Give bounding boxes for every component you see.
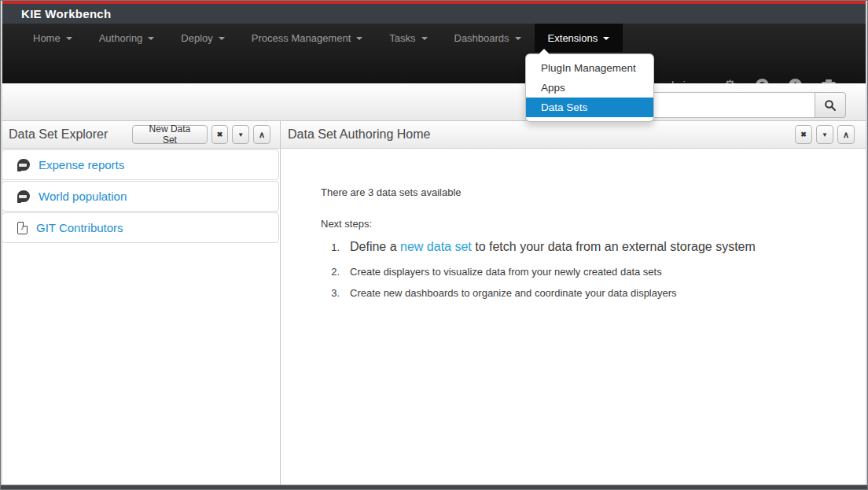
close-icon: ✖ xyxy=(217,131,223,138)
home-content: There are 3 data sets available Next ste… xyxy=(281,149,867,299)
nav-item-authoring[interactable]: Authoring xyxy=(86,24,168,52)
nav-item-label: Home xyxy=(33,32,61,44)
menu-item-plugin-management[interactable]: PlugIn Management xyxy=(526,58,653,78)
caret-down-icon: ▼ xyxy=(822,131,828,138)
data-set-list: Expense reports World population ♪ GIT C… xyxy=(1,149,280,244)
next-steps-label: Next steps: xyxy=(321,218,844,230)
nav-item-label: Deploy xyxy=(181,32,212,44)
step-text-after: to fetch your data from an external stor… xyxy=(472,240,756,253)
chevron-down-icon xyxy=(219,37,225,40)
nav-item-label: Authoring xyxy=(99,32,143,44)
document-dataset-icon: ♪ xyxy=(17,222,28,234)
workspace: Data Set Explorer New Data Set ✖ ▼ ∧ Exp… xyxy=(1,121,867,484)
step-number: 1. xyxy=(321,241,340,253)
search-button[interactable] xyxy=(815,92,846,118)
doc-mark-glyph: ♪ xyxy=(20,224,24,231)
list-item-world-population[interactable]: World population xyxy=(2,181,279,212)
new-data-set-link[interactable]: new data set xyxy=(400,240,472,253)
close-icon: ✖ xyxy=(800,131,807,138)
chevron-down-icon xyxy=(148,37,154,40)
main-navbar: Home Authoring Deploy Process Management… xyxy=(1,24,867,83)
window-frame-right xyxy=(866,1,867,485)
step-text: Define a new data set to fetch your data… xyxy=(350,240,756,254)
panel-menu-button[interactable]: ▼ xyxy=(816,125,833,144)
caret-down-icon: ▼ xyxy=(237,131,244,138)
step-text-before: Define a xyxy=(350,240,400,253)
data-set-explorer-panel: Data Set Explorer New Data Set ✖ ▼ ∧ Exp… xyxy=(1,121,281,484)
step-text: Create new dashboards to organize and co… xyxy=(350,287,677,299)
step-text: Create displayers to visualize data from… xyxy=(350,266,662,278)
menu-item-data-sets[interactable]: Data Sets xyxy=(526,98,653,117)
new-data-set-button[interactable]: New Data Set xyxy=(132,125,207,144)
app-titlebar: KIE Workbench xyxy=(1,4,867,24)
chevron-up-icon: ∧ xyxy=(843,130,849,140)
search-toolbar xyxy=(1,83,867,121)
nav-item-home[interactable]: Home xyxy=(20,24,86,52)
data-set-link[interactable]: GIT Contributors xyxy=(36,221,123,234)
window-frame-left xyxy=(1,1,2,485)
home-panel-title: Data Set Authoring Home xyxy=(288,127,430,142)
step-3: 3. Create new dashboards to organize and… xyxy=(321,287,844,299)
list-item-git-contributors[interactable]: ♪ GIT Contributors xyxy=(2,212,279,243)
nav-item-tasks[interactable]: Tasks xyxy=(376,24,440,52)
extensions-dropdown-menu: PlugIn Management Apps Data Sets xyxy=(525,53,654,122)
home-panel-header: Data Set Authoring Home ✖ ▼ ∧ xyxy=(281,121,867,149)
nav-menu: Home Authoring Deploy Process Management… xyxy=(1,24,867,52)
nav-item-process-management[interactable]: Process Management xyxy=(238,24,376,52)
search-icon xyxy=(824,99,837,112)
explorer-panel-header: Data Set Explorer New Data Set ✖ ▼ ∧ xyxy=(1,121,280,149)
list-item-expense-reports[interactable]: Expense reports xyxy=(2,149,279,180)
chevron-down-icon xyxy=(421,37,428,40)
panel-collapse-button[interactable]: ∧ xyxy=(837,125,855,144)
nav-item-dashboards[interactable]: Dashboards xyxy=(441,24,535,52)
nav-item-label: Process Management xyxy=(252,32,351,44)
step-number: 3. xyxy=(321,287,340,299)
nav-item-deploy[interactable]: Deploy xyxy=(167,24,237,52)
kie-workbench-window: KIE Workbench Home Authoring Deploy Proc… xyxy=(0,0,868,490)
chevron-down-icon xyxy=(356,37,362,40)
app-title: KIE Workbench xyxy=(1,7,111,20)
nav-item-label: Dashboards xyxy=(454,32,509,44)
chevron-down-icon xyxy=(66,37,72,40)
data-sets-summary: There are 3 data sets available xyxy=(321,186,844,198)
window-frame-bottom xyxy=(1,484,867,489)
panel-menu-button[interactable]: ▼ xyxy=(232,125,249,144)
data-set-link[interactable]: World population xyxy=(39,190,127,203)
step-number: 2. xyxy=(321,266,340,278)
explorer-panel-title: Data Set Explorer xyxy=(9,127,108,142)
data-set-link[interactable]: Expense reports xyxy=(39,158,124,171)
step-1: 1. Define a new data set to fetch your d… xyxy=(321,240,844,254)
csv-dataset-icon xyxy=(17,190,30,202)
chevron-down-icon xyxy=(515,37,521,40)
nav-item-label: Extensions xyxy=(548,32,598,44)
panel-close-button[interactable]: ✖ xyxy=(211,125,229,144)
panel-close-button[interactable]: ✖ xyxy=(795,125,812,144)
menu-item-apps[interactable]: Apps xyxy=(526,78,653,98)
next-steps-list: 1. Define a new data set to fetch your d… xyxy=(321,240,844,299)
chevron-up-icon: ∧ xyxy=(259,130,265,140)
csv-dataset-icon xyxy=(17,159,30,171)
step-2: 2. Create displayers to visualize data f… xyxy=(321,266,844,278)
panel-collapse-button[interactable]: ∧ xyxy=(253,125,270,144)
nav-item-label: Tasks xyxy=(389,32,415,44)
chevron-down-icon xyxy=(603,37,609,40)
data-set-authoring-home-panel: Data Set Authoring Home ✖ ▼ ∧ There are … xyxy=(281,121,867,484)
